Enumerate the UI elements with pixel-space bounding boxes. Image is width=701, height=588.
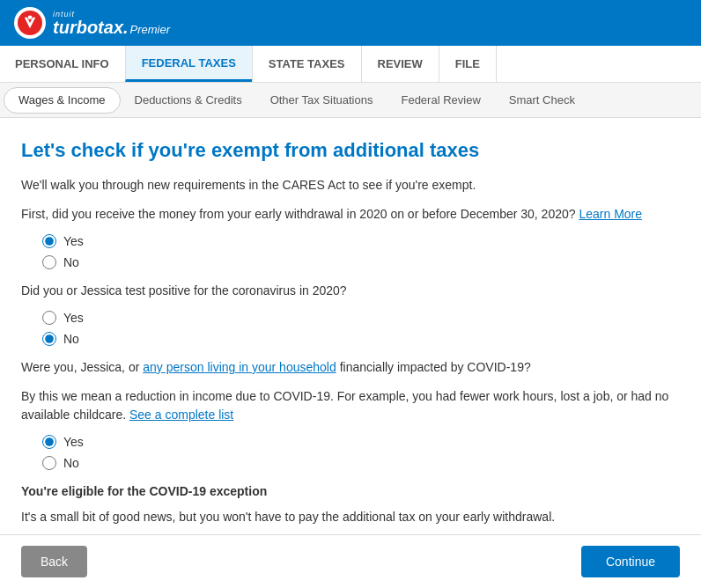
back-button[interactable]: Back <box>21 546 87 577</box>
question3-text: Were you, Jessica, or any person living … <box>21 358 680 377</box>
main-content: Let's check if you're exempt from additi… <box>0 118 701 588</box>
q1-no-radio[interactable] <box>42 255 56 269</box>
intro-text: We'll walk you through new requirements … <box>21 176 680 195</box>
question3-detail: By this we mean a reduction in income du… <box>21 387 680 424</box>
question2-text: Did you or Jessica test positive for the… <box>21 282 680 300</box>
tab-personal-info[interactable]: PERSONAL INFO <box>0 46 126 82</box>
q1-yes-option[interactable]: Yes <box>42 234 680 248</box>
learn-more-link[interactable]: Learn More <box>579 207 642 221</box>
good-news-text: It's a small bit of good news, but you w… <box>21 508 680 526</box>
q2-yes-radio[interactable] <box>42 311 56 325</box>
subtab-other-tax-situations[interactable]: Other Tax Situations <box>256 87 387 114</box>
q1-no-label: No <box>63 255 79 269</box>
continue-button[interactable]: Continue <box>581 546 680 577</box>
q3-yes-radio[interactable] <box>42 435 56 449</box>
q2-no-radio[interactable] <box>42 332 56 346</box>
svg-point-1 <box>28 15 33 19</box>
subtab-federal-review[interactable]: Federal Review <box>387 87 494 114</box>
nav-tabs: PERSONAL INFO FEDERAL TAXES STATE TAXES … <box>0 46 701 83</box>
q1-no-option[interactable]: No <box>42 255 680 269</box>
complete-list-link[interactable]: See a complete list <box>129 408 233 422</box>
question2-radio-group: Yes No <box>42 311 680 346</box>
subtab-smart-check[interactable]: Smart Check <box>495 87 589 114</box>
q3-yes-option[interactable]: Yes <box>42 435 680 449</box>
q2-yes-option[interactable]: Yes <box>42 311 680 325</box>
household-link[interactable]: any person living in your household <box>143 360 336 374</box>
footer: Back Continue <box>0 534 701 588</box>
premier-label: Premier <box>130 23 171 36</box>
logo-text: intuit turbotax. Premier <box>53 10 170 36</box>
q2-no-label: No <box>63 332 79 346</box>
q3-no-radio[interactable] <box>42 456 56 470</box>
tab-review[interactable]: REVIEW <box>361 46 439 82</box>
q3-no-option[interactable]: No <box>42 456 680 470</box>
question1-text: First, did you receive the money from yo… <box>21 205 680 224</box>
q3-yes-label: Yes <box>63 435 84 449</box>
tab-file[interactable]: FILE <box>439 46 497 82</box>
logo: intuit turbotax. Premier <box>14 7 170 39</box>
q1-yes-label: Yes <box>63 234 84 248</box>
q2-no-option[interactable]: No <box>42 332 680 346</box>
q3-no-label: No <box>63 456 79 470</box>
subtab-deductions-credits[interactable]: Deductions & Credits <box>121 87 256 114</box>
app-header: intuit turbotax. Premier <box>0 0 701 46</box>
page-title: Let's check if you're exempt from additi… <box>21 139 680 162</box>
question3-radio-group: Yes No <box>42 435 680 470</box>
question1-radio-group: Yes No <box>42 234 680 269</box>
q2-yes-label: Yes <box>63 311 84 325</box>
turbotax-logo-icon <box>14 7 46 39</box>
tab-federal-taxes[interactable]: FEDERAL TAXES <box>125 46 253 82</box>
turbotax-label: turbotax. <box>53 18 129 36</box>
q1-yes-radio[interactable] <box>42 234 56 248</box>
tab-state-taxes[interactable]: STATE TAXES <box>252 46 362 82</box>
sub-tabs: Wages & Income Deductions & Credits Othe… <box>0 83 701 118</box>
subtab-wages-income[interactable]: Wages & Income <box>4 87 121 114</box>
eligible-text: You're eligible for the COVID-19 excepti… <box>21 482 680 501</box>
